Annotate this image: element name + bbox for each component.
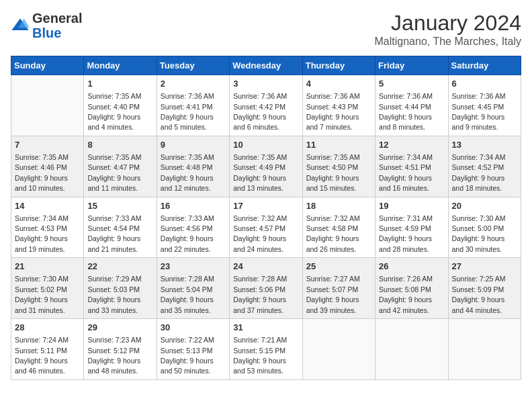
day-number: 3 [233, 78, 298, 90]
day-info: Sunrise: 7:36 AM Sunset: 4:42 PM Dayligh… [233, 92, 287, 131]
day-number: 9 [161, 139, 226, 151]
day-info: Sunrise: 7:35 AM Sunset: 4:48 PM Dayligh… [161, 153, 214, 192]
day-number: 2 [161, 78, 226, 90]
calendar-day-cell: 5Sunrise: 7:36 AM Sunset: 4:44 PM Daylig… [375, 75, 448, 136]
day-info: Sunrise: 7:36 AM Sunset: 4:41 PM Dayligh… [161, 92, 214, 131]
calendar-day-cell: 2Sunrise: 7:36 AM Sunset: 4:41 PM Daylig… [157, 75, 229, 136]
day-number: 24 [233, 261, 298, 273]
day-info: Sunrise: 7:36 AM Sunset: 4:45 PM Dayligh… [452, 92, 506, 131]
calendar-day-cell: 8Sunrise: 7:35 AM Sunset: 4:47 PM Daylig… [84, 136, 157, 197]
weekday-header-cell: Saturday [448, 56, 521, 75]
day-number: 6 [452, 78, 517, 90]
calendar-day-cell: 31Sunrise: 7:21 AM Sunset: 5:15 PM Dayli… [230, 319, 302, 380]
calendar-day-cell: 17Sunrise: 7:32 AM Sunset: 4:57 PM Dayli… [230, 197, 302, 258]
day-number: 1 [87, 78, 152, 90]
calendar-day-cell: 27Sunrise: 7:25 AM Sunset: 5:09 PM Dayli… [448, 258, 521, 319]
day-info: Sunrise: 7:36 AM Sunset: 4:43 PM Dayligh… [306, 92, 360, 131]
day-number: 14 [15, 200, 80, 212]
page-header: General Blue January 2024 Maltignano, Th… [11, 11, 521, 48]
day-number: 12 [379, 139, 444, 151]
logo-blue: Blue [32, 26, 61, 40]
day-info: Sunrise: 7:30 AM Sunset: 5:00 PM Dayligh… [452, 214, 506, 253]
calendar-day-cell: 12Sunrise: 7:34 AM Sunset: 4:51 PM Dayli… [375, 136, 448, 197]
calendar-day-cell: 16Sunrise: 7:33 AM Sunset: 4:56 PM Dayli… [157, 197, 229, 258]
calendar-day-cell: 21Sunrise: 7:30 AM Sunset: 5:02 PM Dayli… [11, 258, 84, 319]
day-info: Sunrise: 7:26 AM Sunset: 5:08 PM Dayligh… [379, 275, 433, 314]
day-number: 7 [15, 139, 80, 151]
day-info: Sunrise: 7:35 AM Sunset: 4:40 PM Dayligh… [87, 92, 141, 131]
day-info: Sunrise: 7:28 AM Sunset: 5:04 PM Dayligh… [161, 275, 214, 314]
day-info: Sunrise: 7:34 AM Sunset: 4:52 PM Dayligh… [452, 153, 506, 192]
calendar-week-row: 14Sunrise: 7:34 AM Sunset: 4:53 PM Dayli… [11, 197, 521, 258]
day-number: 13 [452, 139, 517, 151]
calendar-day-cell: 25Sunrise: 7:27 AM Sunset: 5:07 PM Dayli… [302, 258, 375, 319]
calendar-week-row: 28Sunrise: 7:24 AM Sunset: 5:11 PM Dayli… [11, 319, 521, 380]
day-number: 20 [452, 200, 517, 212]
month-title: January 2024 [375, 11, 521, 36]
logo-general: General [32, 11, 82, 26]
calendar-day-cell: 20Sunrise: 7:30 AM Sunset: 5:00 PM Dayli… [448, 197, 521, 258]
day-number: 19 [379, 200, 444, 212]
day-info: Sunrise: 7:31 AM Sunset: 4:59 PM Dayligh… [379, 214, 433, 253]
calendar-day-cell: 22Sunrise: 7:29 AM Sunset: 5:03 PM Dayli… [84, 258, 157, 319]
day-info: Sunrise: 7:29 AM Sunset: 5:03 PM Dayligh… [87, 275, 141, 314]
day-number: 8 [87, 139, 152, 151]
weekday-header-cell: Wednesday [230, 56, 302, 75]
day-info: Sunrise: 7:25 AM Sunset: 5:09 PM Dayligh… [452, 275, 506, 314]
day-info: Sunrise: 7:21 AM Sunset: 5:15 PM Dayligh… [233, 336, 287, 375]
calendar-day-cell: 10Sunrise: 7:35 AM Sunset: 4:49 PM Dayli… [230, 136, 302, 197]
weekday-header-cell: Sunday [11, 56, 84, 75]
day-number: 27 [452, 261, 517, 273]
calendar-day-cell: 9Sunrise: 7:35 AM Sunset: 4:48 PM Daylig… [157, 136, 229, 197]
calendar-day-cell: 29Sunrise: 7:23 AM Sunset: 5:12 PM Dayli… [84, 319, 157, 380]
day-info: Sunrise: 7:34 AM Sunset: 4:51 PM Dayligh… [379, 153, 433, 192]
calendar-day-cell: 15Sunrise: 7:33 AM Sunset: 4:54 PM Dayli… [84, 197, 157, 258]
day-info: Sunrise: 7:30 AM Sunset: 5:02 PM Dayligh… [15, 275, 69, 314]
calendar-day-cell: 14Sunrise: 7:34 AM Sunset: 4:53 PM Dayli… [11, 197, 84, 258]
day-info: Sunrise: 7:28 AM Sunset: 5:06 PM Dayligh… [233, 275, 287, 314]
day-number: 15 [87, 200, 152, 212]
day-number: 5 [379, 78, 444, 90]
calendar-week-row: 21Sunrise: 7:30 AM Sunset: 5:02 PM Dayli… [11, 258, 521, 319]
day-number: 31 [233, 322, 298, 334]
weekday-header-cell: Monday [84, 56, 157, 75]
calendar-day-cell: 26Sunrise: 7:26 AM Sunset: 5:08 PM Dayli… [375, 258, 448, 319]
day-number: 17 [233, 200, 298, 212]
day-number: 29 [87, 322, 152, 334]
day-info: Sunrise: 7:33 AM Sunset: 4:56 PM Dayligh… [161, 214, 214, 253]
day-number: 16 [161, 200, 226, 212]
location-title: Maltignano, The Marches, Italy [375, 36, 521, 48]
calendar-day-cell: 23Sunrise: 7:28 AM Sunset: 5:04 PM Dayli… [157, 258, 229, 319]
day-number: 11 [306, 139, 371, 151]
day-info: Sunrise: 7:32 AM Sunset: 4:57 PM Dayligh… [233, 214, 287, 253]
day-info: Sunrise: 7:33 AM Sunset: 4:54 PM Dayligh… [87, 214, 141, 253]
day-number: 10 [233, 139, 298, 151]
weekday-header-cell: Friday [375, 56, 448, 75]
day-number: 30 [161, 322, 226, 334]
logo-text: General Blue [32, 11, 82, 40]
day-info: Sunrise: 7:27 AM Sunset: 5:07 PM Dayligh… [306, 275, 360, 314]
calendar-day-cell: 1Sunrise: 7:35 AM Sunset: 4:40 PM Daylig… [84, 75, 157, 136]
day-number: 26 [379, 261, 444, 273]
calendar-day-cell: 28Sunrise: 7:24 AM Sunset: 5:11 PM Dayli… [11, 319, 84, 380]
day-number: 21 [15, 261, 80, 273]
calendar-day-cell [448, 319, 521, 380]
day-info: Sunrise: 7:36 AM Sunset: 4:44 PM Dayligh… [379, 92, 433, 131]
day-info: Sunrise: 7:34 AM Sunset: 4:53 PM Dayligh… [15, 214, 69, 253]
day-info: Sunrise: 7:35 AM Sunset: 4:46 PM Dayligh… [15, 153, 69, 192]
day-number: 22 [87, 261, 152, 273]
calendar-day-cell: 11Sunrise: 7:35 AM Sunset: 4:50 PM Dayli… [302, 136, 375, 197]
calendar-day-cell: 3Sunrise: 7:36 AM Sunset: 4:42 PM Daylig… [230, 75, 302, 136]
day-number: 25 [306, 261, 371, 273]
calendar-table: SundayMondayTuesdayWednesdayThursdayFrid… [11, 56, 521, 380]
day-info: Sunrise: 7:23 AM Sunset: 5:12 PM Dayligh… [87, 336, 141, 375]
logo-icon [11, 16, 30, 35]
day-info: Sunrise: 7:35 AM Sunset: 4:50 PM Dayligh… [306, 153, 360, 192]
day-info: Sunrise: 7:35 AM Sunset: 4:47 PM Dayligh… [87, 153, 141, 192]
calendar-day-cell: 24Sunrise: 7:28 AM Sunset: 5:06 PM Dayli… [230, 258, 302, 319]
weekday-header-row: SundayMondayTuesdayWednesdayThursdayFrid… [11, 56, 521, 75]
day-number: 4 [306, 78, 371, 90]
calendar-day-cell: 19Sunrise: 7:31 AM Sunset: 4:59 PM Dayli… [375, 197, 448, 258]
day-info: Sunrise: 7:32 AM Sunset: 4:58 PM Dayligh… [306, 214, 360, 253]
calendar-day-cell: 6Sunrise: 7:36 AM Sunset: 4:45 PM Daylig… [448, 75, 521, 136]
